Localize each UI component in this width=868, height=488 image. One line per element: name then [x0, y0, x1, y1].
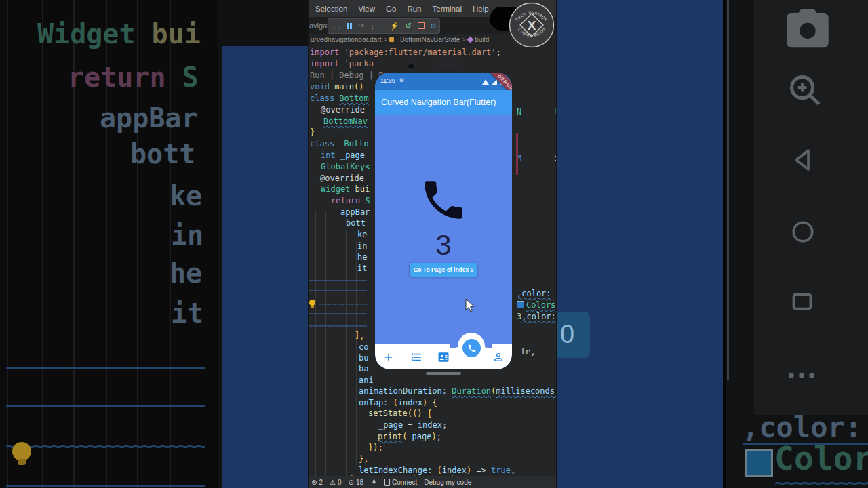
- step-out-icon[interactable]: ↑: [380, 22, 384, 30]
- wifi-icon: [482, 79, 489, 85]
- code-token: int: [321, 150, 336, 160]
- code-token: ;: [442, 420, 447, 430]
- restart-icon[interactable]: ↺: [405, 22, 411, 30]
- bg-left-code-panel: Widget buireturn SappBarbottkeinheit ~~~…: [0, 0, 309, 488]
- app-bar-title: Curved Navigation Bar(Flutter): [381, 98, 496, 107]
- menu-item-help[interactable]: Help: [473, 5, 489, 13]
- hot-reload-icon[interactable]: ⚡: [390, 22, 399, 30]
- code-token: index: [442, 466, 467, 475]
- code-token: print: [378, 432, 402, 441]
- code-token: 'packa: [344, 59, 374, 68]
- home-indicator: [426, 372, 461, 375]
- code-token: he: [357, 252, 367, 262]
- bg-squiggle: ~~~~~~~~~~~~~~~~~~~~~~~~~~~~~~~~~~~~~~~~…: [5, 363, 205, 375]
- squiggle-row: ~~~~~~~~~~~~~~~~~~~~~~~~~~~~~~~~~~~~~~~~…: [309, 325, 367, 329]
- code-token: ba: [359, 364, 368, 373]
- tab-filename[interactable]: avigat: [309, 22, 329, 30]
- nav-item-contact-card-icon[interactable]: [430, 348, 457, 367]
- code-token: N: [517, 107, 521, 117]
- code-token: _page: [378, 420, 403, 430]
- debug-toolbar: ⋮⋮↷↓↑⚡↺⊕: [328, 18, 440, 34]
- problems-warnings[interactable]: ⚠0: [330, 479, 342, 486]
- code-token: S: [366, 196, 370, 205]
- code-token: ): [431, 432, 436, 441]
- step-over-icon[interactable]: ↷: [358, 22, 364, 30]
- code-token: Colors: [526, 300, 555, 310]
- code-token: ;: [437, 432, 441, 441]
- code-token: import: [310, 47, 339, 57]
- code-token: (: [388, 398, 397, 407]
- drag-grip-icon[interactable]: ⋮⋮: [331, 22, 340, 30]
- code-token: animationDuration:: [359, 386, 447, 396]
- nav-item-phone-icon[interactable]: [457, 348, 484, 367]
- menu-item-selection[interactable]: Selection: [315, 5, 347, 13]
- bg-lightbulb-icon: [12, 442, 31, 465]
- code-token: class: [310, 94, 334, 103]
- code-token: [350, 184, 355, 194]
- menu-item-view[interactable]: View: [358, 5, 375, 13]
- phone-screen: 11:39 ⚙ DEBUG Curved Navigation Bar(Flut…: [375, 73, 512, 369]
- code-token: =: [403, 420, 418, 430]
- breadcrumb-separator: >: [384, 36, 388, 43]
- step-into-icon[interactable]: ↓: [370, 22, 374, 30]
- bg-color-swatch: [745, 449, 773, 477]
- lightbulb-icon[interactable]: [309, 300, 315, 308]
- bg-squiggle: ~~~~~~~~~~~~~~~~~~~~~~~~~~~~~~~~~~~~~~~~…: [5, 401, 205, 413]
- code-token: class: [310, 139, 334, 148]
- debug-my-code-button[interactable]: Debug my code: [424, 479, 471, 486]
- breadcrumb-file[interactable]: urvednavigationbar.dart: [311, 36, 382, 43]
- signal-icon: [492, 79, 497, 85]
- code-token: bott: [130, 138, 195, 169]
- code-token: @override: [320, 174, 364, 183]
- code-token: GlobalKey<: [321, 162, 370, 171]
- pause-icon[interactable]: [347, 22, 352, 30]
- bg-right-panel: 0 ,color:Colors ~~~~~~~~~~~~~~~~~~~~~~~~…: [556, 0, 868, 488]
- squiggle-row: ~~~~~~~~~~~~~~~~~~~~~~~~~~~~~~~~~~~~~~~~…: [318, 303, 367, 308]
- menu-item-go[interactable]: Go: [386, 5, 396, 13]
- code-token: ani: [359, 375, 374, 385]
- code-token: import: [310, 59, 339, 68]
- problems-errors[interactable]: ⊗2: [311, 479, 323, 486]
- bg-squiggle: ~~~~~~~~~~~~~~~~~~~~~~~~~~~~~~~~~~~~~~~~…: [5, 442, 205, 454]
- nav-item-person-icon[interactable]: [485, 348, 512, 367]
- stop-icon[interactable]: [418, 22, 425, 30]
- page-phone-icon: [418, 175, 469, 228]
- code-token: (: [432, 466, 441, 475]
- code-token: bui: [152, 18, 201, 49]
- code-token: =>: [471, 466, 486, 475]
- menu-item-run[interactable]: Run: [407, 5, 421, 13]
- nav-item-list-icon[interactable]: [403, 348, 430, 367]
- channel-logo: X Tech Vantage Coding World: [509, 2, 555, 48]
- page-index-number: 3: [375, 229, 512, 262]
- inspect-icon[interactable]: ⊕: [430, 22, 436, 30]
- phone-status-bar: 11:39 ⚙: [375, 73, 512, 90]
- problems-infos[interactable]: ⊙18: [348, 479, 363, 486]
- squiggle-row: ~~~~~~~~~~~~~~~~~~~~~~~~~~~~~~~~~~~~~~~~…: [309, 312, 367, 317]
- class-symbol-icon: [389, 37, 394, 42]
- squiggle-row: ~~~~~~~~~~~~~~~~~~~~~~~~~~~~~~~~~~~~~~~~…: [309, 279, 367, 284]
- phone-gear-icon: ⚙: [399, 77, 404, 83]
- code-token: main: [334, 82, 354, 92]
- code-token: {: [427, 398, 437, 407]
- launch-icon[interactable]: [370, 479, 378, 486]
- menu-item-terminal[interactable]: Terminal: [432, 5, 461, 13]
- ide-column: SelectionViewGoRunTerminalHelp avigat ⋮⋮…: [309, 0, 556, 488]
- code-token: [339, 59, 344, 68]
- code-token: in: [171, 220, 203, 251]
- code-token: appBar: [100, 102, 198, 134]
- code-token: ((): [408, 409, 422, 418]
- code-token: index: [418, 420, 442, 430]
- overview-ruler-mark: [516, 133, 518, 175]
- code-token: onTap:: [359, 398, 388, 407]
- youtube-short-frame: Widget buireturn SappBarbottkeinheit ~~~…: [0, 0, 868, 488]
- code-token: he: [170, 258, 202, 289]
- code-token: it: [171, 298, 203, 329]
- code-token: [339, 47, 344, 57]
- code-token: setState: [368, 409, 408, 418]
- go-to-page-button[interactable]: Go To Page of index 0: [410, 263, 477, 277]
- connect-device-button[interactable]: Connect: [384, 479, 417, 486]
- code-token: [166, 62, 182, 93]
- nav-item-add-icon[interactable]: [375, 348, 402, 367]
- breadcrumb-member[interactable]: build: [475, 36, 489, 43]
- breadcrumb-class[interactable]: _BottomNavBarState: [396, 36, 460, 43]
